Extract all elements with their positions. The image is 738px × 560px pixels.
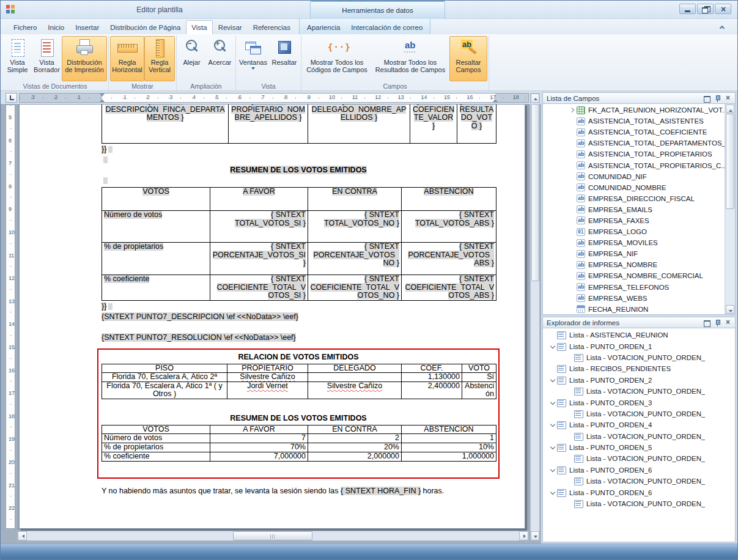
resumen-template-title: RESUMEN DE LOS VOTOS EMITIDOS <box>230 166 366 174</box>
field-list-panel: Lista de Campos FK_ACTA_REUNION_HORIZONT… <box>542 92 736 315</box>
tab-referencias[interactable]: Referencias <box>248 20 296 34</box>
resaltar-button[interactable]: Resaltar <box>269 36 300 81</box>
vertical-scroll-thumb[interactable] <box>531 104 539 281</box>
tab-inicio[interactable]: Inicio <box>42 20 70 34</box>
scroll-right-icon[interactable] <box>519 531 528 540</box>
field-list-scroll-thumb[interactable] <box>726 114 734 209</box>
field-code: { SNTEXTTOTAL_VOTOS_NO } <box>324 211 399 227</box>
vista-borrador-button[interactable]: Vista Borrador <box>32 36 62 81</box>
acercar-button[interactable]: Acercar <box>205 36 234 81</box>
close-icon[interactable] <box>715 4 731 14</box>
horizontal-scroll-thumb[interactable] <box>233 531 312 540</box>
close-panel-icon[interactable] <box>724 94 733 103</box>
report-icon <box>574 477 583 485</box>
collapse-icon[interactable] <box>549 444 557 451</box>
regla-horizontal-button[interactable]: Regla Horizontal <box>110 36 144 81</box>
field-item[interactable]: EMPRESA_EMAILS <box>543 204 725 215</box>
collapse-icon[interactable] <box>549 399 557 407</box>
report-item[interactable]: Lista - VOTACION_PUNTO_ORDEN_ <box>543 498 735 509</box>
distribucion-de-impresion-button[interactable]: Distribución de Impresión <box>62 36 107 81</box>
field-item[interactable]: FK_ACTA_REUNION_HORIZONTAL_VOT... <box>543 105 725 116</box>
field-item[interactable]: ASISTENCIA_TOTAL_COEFICIENTE <box>543 127 725 138</box>
horizontal-ruler[interactable]: 321123456789101112131415161718 <box>19 93 529 103</box>
tab-insertar[interactable]: Insertar <box>70 20 105 34</box>
vertical-ruler[interactable]: 5678910111213141516171819202122 <box>6 105 15 529</box>
field-item[interactable]: FECHA_REUNION <box>543 304 725 314</box>
field-item[interactable]: EMPRESA_DIRECCION_FISCAL <box>543 193 725 204</box>
scroll-down-icon[interactable] <box>726 305 734 314</box>
field-item[interactable]: EMPRESA_TELEFONOS <box>543 282 725 293</box>
field-item[interactable]: EMPRESA_LOGO <box>543 226 725 237</box>
alejar-button[interactable]: Alejar <box>178 36 205 81</box>
tab-intercalacion-de-correo[interactable]: Intercalación de correo <box>345 20 428 34</box>
horizontal-scrollbar[interactable] <box>17 531 529 541</box>
pin-panel-icon[interactable] <box>713 319 722 327</box>
scroll-down-icon[interactable] <box>531 531 539 540</box>
report-item[interactable]: Lista - VOTACION_PUNTO_ORDEN_ <box>543 386 735 397</box>
field-item[interactable]: EMPRESA_WEBS <box>543 293 725 304</box>
report-item[interactable]: Lista - PUNTO_ORDEN_6 <box>543 487 735 498</box>
restore-icon[interactable] <box>697 4 714 14</box>
field-item[interactable]: COMUNIDAD_NIF <box>543 171 725 182</box>
field-item[interactable]: COMUNIDAD_NOMBRE <box>543 182 725 193</box>
report-item[interactable]: Lista - VOTACION_PUNTO_ORDEN_ <box>543 408 735 419</box>
minimize-icon[interactable] <box>679 4 696 14</box>
collapse-icon[interactable] <box>549 421 557 429</box>
collapse-icon[interactable] <box>549 489 557 496</box>
tab-vista[interactable]: Vista <box>186 20 212 34</box>
report-item[interactable]: Lista - ASISTENCIA_REUNION <box>543 330 735 341</box>
report-item[interactable]: Lista - VOTACION_PUNTO_ORDEN_ <box>543 352 735 363</box>
report-item[interactable]: Lista - PUNTO_ORDEN_4 <box>543 419 735 430</box>
collapse-icon[interactable] <box>549 466 557 474</box>
tab-fichero[interactable]: Fichero <box>8 20 42 34</box>
indent-spacer <box>567 239 577 246</box>
mostrar-todos-los-resultados-de-campos-button[interactable]: Mostrar Todos los Resultados de Campos <box>371 36 449 81</box>
field-item[interactable]: EMPRESA_NOMBRE <box>543 259 725 270</box>
mostrar-todos-los-codigos-de-campos-button[interactable]: Mostrar Todos los Códigos de Campos <box>303 36 371 81</box>
report-item[interactable]: Lista - PUNTO_ORDEN_6 <box>543 465 735 476</box>
report-item[interactable]: Lista - PUNTO_ORDEN_3 <box>543 397 735 408</box>
collapse-ribbon-button[interactable] <box>718 23 728 31</box>
expand-icon[interactable] <box>567 106 577 114</box>
report-item[interactable]: Lista - VOTACION_PUNTO_ORDEN_ <box>543 476 735 487</box>
report-item[interactable]: Lista - PUNTO_ORDEN_2 <box>543 375 735 386</box>
field-item[interactable]: EMPRESA_NOMBRE_COMERCIAL <box>543 270 725 281</box>
collapse-icon[interactable] <box>549 377 557 384</box>
resaltar-campos-button[interactable]: Resaltar Campos <box>449 36 487 81</box>
report-item[interactable]: Lista - PUNTO_ORDEN_1 <box>543 341 735 352</box>
report-item[interactable]: Lista - VOTACION_PUNTO_ORDEN_ <box>543 431 735 442</box>
field-list-scrollbar[interactable] <box>725 104 735 314</box>
tab-revisar[interactable]: Revisar <box>213 20 248 34</box>
report-item[interactable]: Lista - PUNTO_ORDEN_5 <box>543 442 735 453</box>
float-panel-icon[interactable] <box>702 94 711 103</box>
collapse-icon[interactable] <box>549 343 557 350</box>
field-item[interactable]: ASISTENCIA_TOTAL_DEPARTAMENTOS_... <box>543 138 725 149</box>
scroll-up-icon[interactable] <box>726 105 734 113</box>
tab-distribucion-de-pagina[interactable]: Distribución de Página <box>105 20 186 34</box>
first-line-indent-marker[interactable] <box>100 94 105 97</box>
pin-panel-icon[interactable] <box>713 94 722 103</box>
field-item[interactable]: ASISTENCIA_TOTAL_ASISTENTES <box>543 116 725 127</box>
header-cell: DELEGADO <box>308 364 402 373</box>
ab-field-icon <box>577 172 585 180</box>
float-panel-icon[interactable] <box>702 319 711 327</box>
field-item[interactable]: ASISTENCIA_TOTAL_PROPIETARIOS <box>543 149 725 160</box>
report-item[interactable]: Lista - RECIBOS_PENDIENTES <box>543 363 735 374</box>
tab-apariencia[interactable]: Apariencia <box>301 20 345 34</box>
scroll-left-icon[interactable] <box>18 531 27 540</box>
report-item[interactable]: Lista - VOTACION_PUNTO_ORDEN_ <box>543 453 735 464</box>
left-indent-marker[interactable] <box>100 99 105 102</box>
vertical-scrollbar[interactable] <box>530 93 540 541</box>
field-item[interactable]: EMPRESA_MOVILES <box>543 237 725 248</box>
field-item[interactable]: EMPRESA_FAXES <box>543 215 725 226</box>
vista-simple-button[interactable]: Vista Simple <box>3 36 32 81</box>
regla-vertical-button[interactable]: Regla Vertical <box>144 36 175 81</box>
tab-stop-selector[interactable] <box>6 93 17 103</box>
ventanas-button[interactable]: Ventanas <box>237 36 269 81</box>
scroll-up-icon[interactable] <box>531 94 539 103</box>
field-item[interactable]: ASISTENCIA_TOTAL_PROPIETARIOS_C... <box>543 160 725 171</box>
right-indent-marker[interactable] <box>493 99 498 102</box>
close-panel-icon[interactable] <box>724 319 733 327</box>
field-item[interactable]: EMPRESA_NIF <box>543 248 725 259</box>
document-page[interactable]: { SNTEXTDESCRIPCION_FINCA_DEPARTAMENTOS … <box>19 104 525 529</box>
